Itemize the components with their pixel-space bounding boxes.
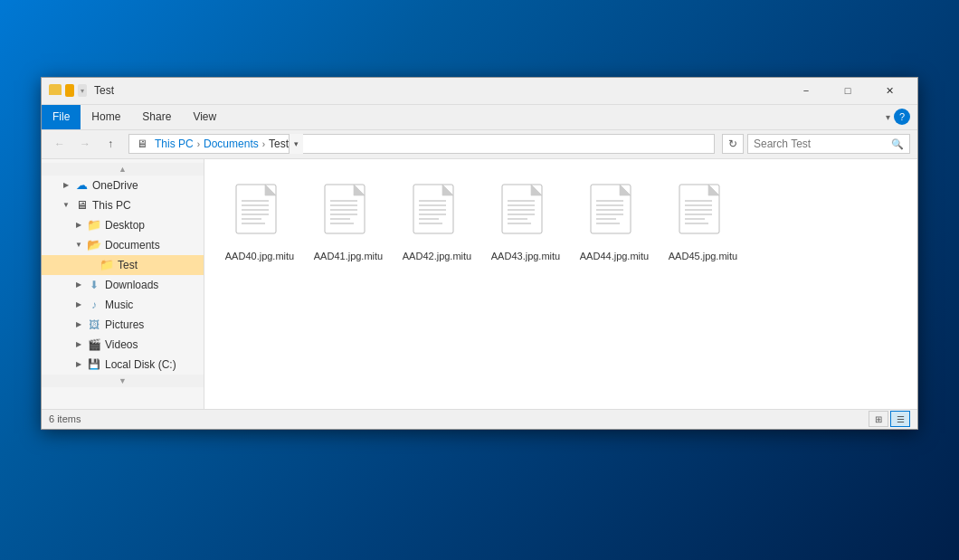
status-bar: 6 items ⊞ ☰ (42, 409, 917, 429)
computer-icon: 🖥 (74, 198, 89, 213)
file-icon (585, 181, 643, 246)
sidebar-item-onedrive[interactable]: ▶ ☁ OneDrive (42, 176, 204, 195)
title-icon-3: ▾ (78, 84, 87, 97)
breadcrumb: 🖥 This PC › Documents › Test (137, 138, 289, 150)
file-name: AAD40.jpg.mitu (225, 250, 294, 262)
toggle-videos: ▶ (72, 338, 85, 351)
title-bar-icons: ▾ (49, 84, 87, 97)
file-item[interactable]: AAD44.jpg.mitu (574, 174, 655, 270)
toggle-onedrive: ▶ (60, 179, 72, 192)
sidebar-label-music: Music (105, 299, 133, 311)
menu-view[interactable]: View (182, 105, 227, 129)
folder-icon-documents: 📂 (87, 238, 101, 252)
sidebar-label-desktop: Desktop (105, 219, 145, 232)
file-name: AAD43.jpg.mitu (491, 250, 560, 262)
file-name: AAD45.jpg.mitu (669, 250, 737, 262)
help-button[interactable]: ? (894, 109, 910, 125)
folder-icon-desktop: 📁 (87, 218, 101, 233)
sidebar-item-downloads[interactable]: ▶ ⬇ Downloads (42, 275, 204, 295)
toggle-music: ▶ (72, 299, 85, 311)
toggle-local-disk: ▶ (72, 358, 85, 371)
explorer-window: ▾ Test − □ ✕ File Home Share View ▾ ? ← … (41, 77, 918, 430)
menu-chevron[interactable]: ▾ (882, 112, 894, 122)
title-controls: − □ ✕ (785, 77, 910, 104)
pictures-icon: 🖼 (87, 318, 101, 332)
file-name: AAD42.jpg.mitu (403, 250, 471, 262)
back-button[interactable]: ← (49, 133, 71, 155)
address-bar[interactable]: 🖥 This PC › Documents › Test ▾ (128, 134, 715, 154)
file-item[interactable]: AAD40.jpg.mitu (219, 174, 300, 270)
maximize-button[interactable]: □ (827, 77, 869, 104)
title-bar: ▾ Test − □ ✕ (42, 78, 917, 105)
file-icon (674, 181, 732, 246)
up-button[interactable]: ↑ (100, 133, 121, 155)
sidebar-item-videos[interactable]: ▶ 🎬 Videos (42, 335, 204, 355)
disk-icon: 💾 (87, 357, 101, 372)
sidebar-label-documents: Documents (105, 239, 160, 252)
toggle-desktop: ▶ (72, 219, 85, 232)
sidebar-item-this-pc[interactable]: ▼ 🖥 This PC (42, 195, 204, 215)
cloud-icon: ☁ (74, 178, 89, 193)
file-area: AAD40.jpg.mitu AAD41.jpg.mitu (204, 159, 917, 409)
file-name: AAD41.jpg.mitu (314, 250, 383, 262)
folder-icon-yellow (49, 84, 62, 95)
toggle-this-pc: ▼ (60, 199, 72, 212)
refresh-button[interactable]: ↻ (722, 134, 744, 154)
search-icon[interactable]: 🔍 (891, 138, 904, 150)
downloads-icon: ⬇ (87, 278, 101, 292)
nav-bar: ← → ↑ 🖥 This PC › Documents › Test ▾ ↻ 🔍 (42, 130, 917, 159)
item-count: 6 items (49, 413, 81, 424)
videos-icon: 🎬 (87, 337, 101, 352)
file-icon (319, 181, 377, 246)
search-input[interactable] (754, 138, 891, 150)
menu-share[interactable]: Share (131, 105, 182, 129)
sidebar-item-documents[interactable]: ▼ 📂 Documents (42, 235, 204, 255)
file-icon (231, 181, 289, 246)
sidebar-label-onedrive: OneDrive (92, 179, 138, 192)
toggle-pictures: ▶ (72, 318, 85, 331)
menu-home[interactable]: Home (81, 105, 131, 129)
sidebar-label-test: Test (118, 259, 138, 271)
details-view-button[interactable]: ☰ (890, 411, 910, 427)
sidebar-label-downloads: Downloads (105, 279, 158, 291)
close-button[interactable]: ✕ (869, 77, 910, 104)
file-item[interactable]: AAD45.jpg.mitu (662, 174, 744, 270)
toggle-test: ▶ (85, 259, 98, 271)
menu-bar-right: ▾ ? (882, 109, 917, 125)
sidebar-scroll-down[interactable]: ▼ (42, 375, 204, 387)
forward-button[interactable]: → (74, 133, 96, 155)
search-box[interactable]: 🔍 (747, 134, 910, 154)
sidebar-label-this-pc: This PC (92, 199, 131, 212)
file-icon (408, 181, 466, 246)
file-item[interactable]: AAD41.jpg.mitu (308, 174, 389, 270)
toggle-documents: ▼ (72, 239, 85, 252)
tiles-view-button[interactable]: ⊞ (869, 411, 888, 427)
minimize-button[interactable]: − (785, 77, 827, 104)
music-icon: ♪ (87, 298, 101, 312)
main-area: ▲ ▶ ☁ OneDrive ▼ 🖥 This PC ▶ 📁 Desktop (42, 159, 917, 409)
breadcrumb-test: Test (269, 138, 289, 150)
breadcrumb-sep-1: › (197, 139, 200, 149)
breadcrumb-sep-2: › (262, 139, 265, 149)
file-name: AAD44.jpg.mitu (580, 250, 649, 262)
file-item[interactable]: AAD43.jpg.mitu (485, 174, 566, 270)
view-controls: ⊞ ☰ (869, 411, 910, 427)
breadcrumb-documents[interactable]: Documents (204, 138, 259, 150)
sidebar-item-local-disk[interactable]: ▶ 💾 Local Disk (C:) (42, 355, 204, 375)
sidebar-scroll-up[interactable]: ▲ (42, 163, 204, 176)
sidebar-label-videos: Videos (105, 338, 138, 351)
title-icon-2 (65, 84, 74, 97)
sidebar-label-local-disk: Local Disk (C:) (105, 358, 176, 371)
sidebar-item-desktop[interactable]: ▶ 📁 Desktop (42, 215, 204, 235)
breadcrumb-this-pc[interactable]: This PC (155, 138, 194, 150)
pc-icon: 🖥 (137, 138, 147, 150)
sidebar-item-test[interactable]: ▶ 📁 Test (42, 255, 204, 275)
menu-file[interactable]: File (42, 105, 81, 129)
sidebar-item-pictures[interactable]: ▶ 🖼 Pictures (42, 315, 204, 335)
file-icon (497, 181, 555, 246)
file-item[interactable]: AAD42.jpg.mitu (396, 174, 478, 270)
toggle-downloads: ▶ (72, 279, 85, 291)
sidebar-item-music[interactable]: ▶ ♪ Music (42, 295, 204, 315)
address-dropdown[interactable]: ▾ (289, 134, 303, 154)
menu-bar: File Home Share View ▾ ? (42, 105, 917, 130)
